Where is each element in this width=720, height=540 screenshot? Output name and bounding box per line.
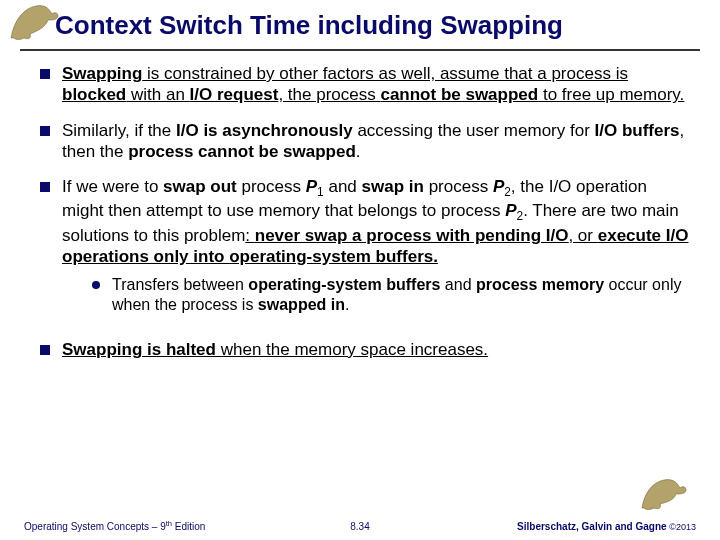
dinosaur-icon (6, 0, 66, 42)
bullet-text: If we were to swap out process P1 and sw… (62, 176, 690, 325)
dinosaur-icon (638, 472, 692, 512)
slide-header: Context Switch Time including Swapping (0, 0, 720, 45)
square-bullet-icon (40, 126, 50, 136)
bullet-item: If we were to swap out process P1 and sw… (40, 176, 690, 325)
bullet-text: Swapping is halted when the memory space… (62, 339, 690, 360)
bullet-item: Similarly, if the I/O is asynchronously … (40, 120, 690, 163)
square-bullet-icon (40, 345, 50, 355)
square-bullet-icon (40, 182, 50, 192)
slide: Context Switch Time including Swapping S… (0, 0, 720, 540)
bullet-item: Swapping is constrained by other factors… (40, 63, 690, 106)
footer-right: Silberschatz, Galvin and Gagne ©2013 (517, 521, 696, 532)
slide-title: Context Switch Time including Swapping (55, 10, 700, 41)
bullet-text: Swapping is constrained by other factors… (62, 63, 690, 106)
slide-content: Swapping is constrained by other factors… (0, 51, 720, 360)
sub-bullet-item: Transfers between operating-system buffe… (92, 275, 690, 315)
footer-left: Operating System Concepts – 9th Edition (24, 519, 205, 532)
square-bullet-icon (40, 69, 50, 79)
bullet-text: Similarly, if the I/O is asynchronously … (62, 120, 690, 163)
bullet-item: Swapping is halted when the memory space… (40, 339, 690, 360)
circle-bullet-icon (92, 281, 100, 289)
footer-page-number: 8.34 (350, 521, 369, 532)
sub-bullet-text: Transfers between operating-system buffe… (112, 275, 690, 315)
